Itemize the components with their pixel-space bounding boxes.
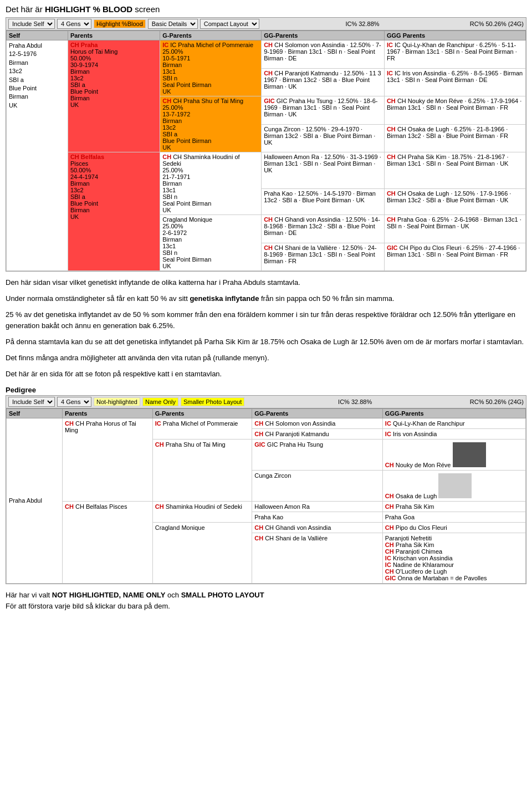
table-row: Praha Abdul 12-5-1976 Birman 13c2 SBI a … [7,40,526,69]
footer-bold-2: SMALL PHOTO LAYOUT [181,591,264,599]
parent2-breed: Birman [70,180,90,187]
header2-gggparents: GGG-Parents [382,408,525,418]
gens-select[interactable]: 4 Gens [57,19,91,29]
parent1-uk: UK [70,101,79,108]
gggp1-name: IC Qui-Ly-Khan de Ranchipur [395,42,474,48]
gp2-3: CH Shaminka Houdini of Sedeki [155,503,250,510]
header2-self: Self [7,408,63,418]
gggparent-1: IC IC Qui-Ly-Khan de Ranchipur · 6.25% ·… [387,42,523,62]
gp1-pct: 25.00% [162,48,183,55]
title-prefix: Det här är [6,4,45,14]
header-parents: Parents [68,31,160,40]
gp2-name: CH Praha Shu of Tai Ming [173,98,243,104]
gparent-3: CH CH Shaminka Houdini of Sedeki 25.00% … [162,154,259,213]
parent1-country: Birman [70,95,90,101]
ggp2-1: CH CH Solomon von Assindia [254,420,380,427]
gp2-4: Cragland Monique [155,524,250,531]
parent1-breed: Birman [70,68,90,75]
rc-label-2: RC% 50.26% (24G) [470,398,524,405]
table-row: CH Belfalas Pisces 50.00% 24-4-1974 Birm… [7,152,526,189]
desc-5: Det finns många andra möjligheter att an… [6,352,526,364]
self-type: 13c2 [9,68,22,74]
include-self-select-2[interactable]: Include Self [8,397,55,407]
self-date: 12-5-1976 [9,50,37,57]
footer-line-1: Här har vi valt NOT HIGHLIGHTED, NAME ON… [6,590,526,601]
header2-parents: Parents [62,408,152,418]
ggparent-4: Cunga Zircon · 12.50% · 29-4-1970 · Birm… [264,126,382,146]
gggp2-8: Paranjoti Nefretiti CH Praha Sik Kim CH … [385,535,523,581]
include-self-select[interactable]: Include Self [8,19,55,29]
toolbar-2: Include Self 4 Gens Not-highlighted Name… [6,396,526,408]
gp1-breed: Birman [162,62,182,68]
parent2-2: CH CH Belfalas Pisces [65,503,150,510]
pedigree-section-1: Include Self 4 Gens Highlight %Blood Bas… [6,17,526,272]
title-highlight: HIGHLIGHT % BLOOD [45,4,132,14]
pedigree-section-title: Pedigree [6,386,526,394]
ggp2-2: CH CH Paranjoti Katmandu [254,431,380,437]
gp1-prefix: IC [162,42,170,48]
parent2-uk: UK [70,213,79,220]
gggparent-4: CH CH Osaka de Lugh · 6.25% · 21-8-1966 … [387,126,523,139]
parent2-country: Birman [70,207,90,213]
name-only-label: Name Only [142,397,178,406]
gp1-color: SBI n [162,75,177,81]
ic-label: IC% 32.88% [345,21,379,27]
ggparent-5: Halloween Amon Ra · 12.50% · 31-3-1969 ·… [264,154,382,173]
highlight-label: Highlight %Blood [94,19,146,28]
parent2-1: CH CH Praha Horus of Tai Ming [65,420,150,433]
compact-layout-select[interactable]: Compact Layout [200,19,259,29]
footer-line-2: För att förstora varje bild så klickar d… [6,601,526,612]
self-cat: Praha Abdul 12-5-1976 Birman 13c2 SBI a … [9,42,65,110]
self-breed: Birman [9,59,28,66]
gparent-2: CH CH Praha Shu of Tai Ming 25.00% 13-7-… [162,98,259,151]
self-name: Praha Abdul [9,42,42,49]
description-section: Den här sidan visar vilket genetiskt inf… [6,277,526,380]
self-name-2: Praha Abdul [9,497,60,504]
gggp2-5: CH Praha Sik Kim [385,503,523,510]
self-point: Blue Point [9,85,37,91]
desc-4: På denna stamtavla kan du se att det gen… [6,336,526,348]
header2-gparents: G-Parents [152,408,252,418]
cat-photo-1[interactable] [453,442,486,467]
gparent-4: Cragland Monique 25.00% 2-6-1972 Birman … [162,216,259,269]
header-gggparents: GGG Parents [384,31,525,40]
ggparent-6: Praha Kao · 12.50% · 14-5-1970 · Birman … [264,190,382,203]
gp3-name: CH Shaminka Houdini of Sedeki [162,154,239,167]
parent1-point: Blue Point [70,88,98,95]
ggp2-3: GIC GIC Praha Hu Tsung [254,441,380,448]
ggp2-7: CH CH Ghandi von Assindia [254,524,380,531]
header2-ggparents: GG-Parents [252,408,383,418]
self-country: Birman [9,93,28,100]
header-self: Self [7,31,68,40]
parent2-color: SBI a [70,193,85,200]
parent1-color: SBI a [70,81,85,88]
ggp2-6: Praha Kao [254,514,380,520]
footer-bold-1: NOT HIGHLIGHTED, NAME ONLY [52,591,166,599]
gggparent-7: CH Praha Goa · 6.25% · 2-6-1968 · Birman… [387,216,523,229]
basic-details-select[interactable]: Basic Details [148,19,198,29]
desc-1: Den här sidan visar vilket genetiskt inf… [6,277,526,289]
parent1-date: 30-9-1974 [70,62,98,68]
header-gparents: G-Parents [160,31,262,40]
gp1-point: Seal Point Birman [162,81,211,88]
gens-select-2[interactable]: 4 Gens [57,397,91,407]
cat-photo-2[interactable] [438,473,472,498]
parent2-title[interactable]: CH Belfalas [70,154,104,160]
gggparent-6: CH CH Osaka de Lugh · 12.50% · 17-9-1966… [387,190,523,203]
parent1-pct: 50.00% [70,55,91,62]
smaller-photo-label: Smaller Photo Layout [181,397,244,406]
parent2-type: 13c2 [70,187,84,193]
gp1-uk: UK [162,88,171,95]
ggp2-5: Halloween Amon Ra [254,503,380,510]
gp1-type: 13c1 [162,68,176,75]
footer-section: Här har vi valt NOT HIGHLIGHTED, NAME ON… [6,590,526,613]
toolbar-1: Include Self 4 Gens Highlight %Blood Bas… [6,18,526,30]
desc-3: 25 % av det genetiska inflytandet av de … [6,309,526,333]
ggp2-4: Cunga Zircon [254,472,380,479]
parent2-name: Pisces [70,160,88,167]
parent1-title[interactable]: CH Praha [70,42,98,48]
gp4-name: Cragland Monique [162,216,212,223]
gggp2-1: IC Qui-Ly-Khan de Ranchipur [385,420,523,427]
title-suffix: screen [132,4,160,14]
table-row: CH CH Belfalas Pisces CH Shaminka Houdin… [7,501,526,512]
